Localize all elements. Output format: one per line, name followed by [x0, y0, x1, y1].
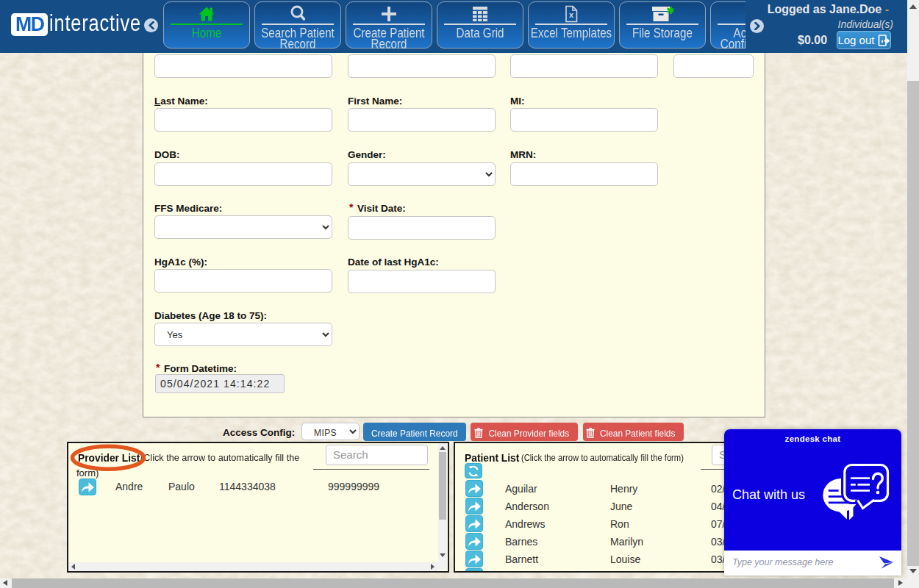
svg-text:x: x	[569, 10, 574, 19]
